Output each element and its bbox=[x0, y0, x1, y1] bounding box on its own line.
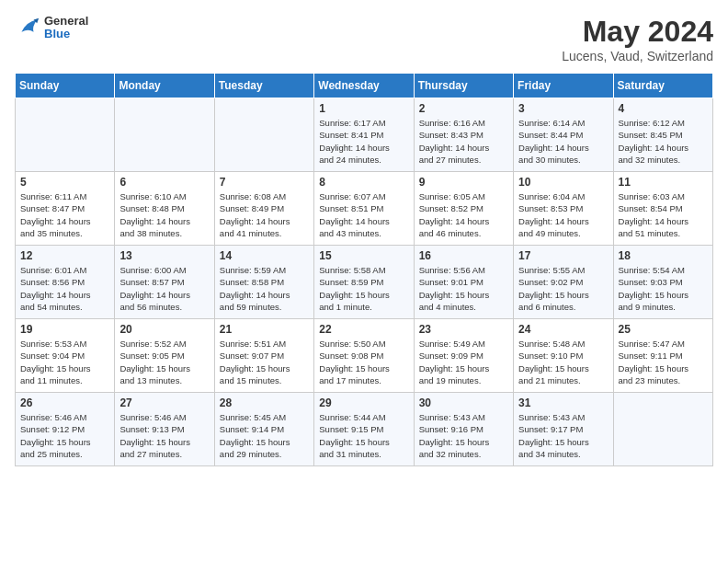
calendar-cell: 8Sunrise: 6:07 AMSunset: 8:51 PMDaylight… bbox=[314, 172, 414, 246]
calendar-cell bbox=[115, 98, 214, 172]
day-number: 10 bbox=[518, 176, 608, 189]
day-info: Sunrise: 5:46 AMSunset: 9:12 PMDaylight:… bbox=[20, 411, 109, 460]
page-header: General Blue May 2024 Lucens, Vaud, Swit… bbox=[15, 15, 713, 63]
calendar-cell: 5Sunrise: 6:11 AMSunset: 8:47 PMDaylight… bbox=[16, 172, 115, 246]
day-number: 28 bbox=[220, 396, 309, 409]
calendar-cell: 27Sunrise: 5:46 AMSunset: 9:13 PMDayligh… bbox=[115, 393, 214, 466]
calendar-week-3: 12Sunrise: 6:01 AMSunset: 8:56 PMDayligh… bbox=[16, 246, 713, 319]
calendar-cell: 30Sunrise: 5:43 AMSunset: 9:16 PMDayligh… bbox=[414, 393, 513, 466]
day-info: Sunrise: 5:48 AMSunset: 9:10 PMDaylight:… bbox=[518, 338, 608, 386]
logo-blue: Blue bbox=[44, 28, 88, 40]
calendar-cell: 16Sunrise: 5:56 AMSunset: 9:01 PMDayligh… bbox=[414, 246, 513, 319]
day-info: Sunrise: 5:58 AMSunset: 8:59 PMDaylight:… bbox=[319, 264, 408, 313]
calendar-week-1: 1Sunrise: 6:17 AMSunset: 8:41 PMDaylight… bbox=[16, 98, 713, 172]
day-info: Sunrise: 5:50 AMSunset: 9:08 PMDaylight:… bbox=[319, 338, 408, 386]
calendar-cell: 24Sunrise: 5:48 AMSunset: 9:10 PMDayligh… bbox=[514, 319, 613, 393]
day-number: 2 bbox=[419, 102, 508, 115]
day-number: 12 bbox=[20, 249, 109, 262]
calendar-cell: 22Sunrise: 5:50 AMSunset: 9:08 PMDayligh… bbox=[314, 319, 414, 393]
day-number: 17 bbox=[518, 249, 608, 262]
day-info: Sunrise: 5:46 AMSunset: 9:13 PMDaylight:… bbox=[119, 411, 209, 460]
calendar-week-2: 5Sunrise: 6:11 AMSunset: 8:47 PMDaylight… bbox=[16, 172, 713, 246]
day-number: 4 bbox=[619, 102, 708, 115]
header-thursday: Thursday bbox=[414, 74, 513, 98]
day-number: 7 bbox=[220, 176, 309, 189]
calendar-cell: 10Sunrise: 6:04 AMSunset: 8:53 PMDayligh… bbox=[514, 172, 613, 246]
day-number: 19 bbox=[20, 323, 109, 336]
calendar-cell: 11Sunrise: 6:03 AMSunset: 8:54 PMDayligh… bbox=[613, 172, 712, 246]
day-number: 24 bbox=[518, 323, 608, 336]
day-info: Sunrise: 5:49 AMSunset: 9:09 PMDaylight:… bbox=[419, 338, 508, 386]
calendar-cell: 15Sunrise: 5:58 AMSunset: 8:59 PMDayligh… bbox=[314, 246, 414, 319]
location-subtitle: Lucens, Vaud, Switzerland bbox=[562, 49, 713, 63]
day-info: Sunrise: 6:16 AMSunset: 8:43 PMDaylight:… bbox=[419, 117, 508, 166]
calendar-cell: 21Sunrise: 5:51 AMSunset: 9:07 PMDayligh… bbox=[214, 319, 313, 393]
calendar-cell: 9Sunrise: 6:05 AMSunset: 8:52 PMDaylight… bbox=[414, 172, 513, 246]
calendar-cell bbox=[613, 393, 712, 466]
calendar-cell: 18Sunrise: 5:54 AMSunset: 9:03 PMDayligh… bbox=[613, 246, 712, 319]
header-wednesday: Wednesday bbox=[314, 74, 414, 98]
calendar-cell: 1Sunrise: 6:17 AMSunset: 8:41 PMDaylight… bbox=[314, 98, 414, 172]
day-info: Sunrise: 6:08 AMSunset: 8:49 PMDaylight:… bbox=[220, 190, 309, 239]
calendar-cell: 26Sunrise: 5:46 AMSunset: 9:12 PMDayligh… bbox=[16, 393, 115, 466]
day-number: 5 bbox=[20, 176, 109, 189]
day-number: 31 bbox=[518, 396, 608, 409]
day-info: Sunrise: 5:43 AMSunset: 9:17 PMDaylight:… bbox=[518, 411, 608, 460]
calendar-week-4: 19Sunrise: 5:53 AMSunset: 9:04 PMDayligh… bbox=[16, 319, 713, 393]
day-info: Sunrise: 6:07 AMSunset: 8:51 PMDaylight:… bbox=[319, 190, 408, 239]
calendar-cell: 3Sunrise: 6:14 AMSunset: 8:44 PMDaylight… bbox=[514, 98, 613, 172]
day-info: Sunrise: 5:52 AMSunset: 9:05 PMDaylight:… bbox=[119, 338, 209, 386]
day-number: 22 bbox=[319, 323, 408, 336]
calendar-cell: 28Sunrise: 5:45 AMSunset: 9:14 PMDayligh… bbox=[214, 393, 313, 466]
day-info: Sunrise: 5:56 AMSunset: 9:01 PMDaylight:… bbox=[419, 264, 508, 313]
day-number: 3 bbox=[518, 102, 608, 115]
month-year-title: May 2024 bbox=[562, 15, 713, 49]
calendar-cell: 13Sunrise: 6:00 AMSunset: 8:57 PMDayligh… bbox=[115, 246, 214, 319]
day-number: 20 bbox=[119, 323, 209, 336]
day-info: Sunrise: 6:12 AMSunset: 8:45 PMDaylight:… bbox=[619, 117, 708, 166]
day-info: Sunrise: 6:01 AMSunset: 8:56 PMDaylight:… bbox=[20, 264, 109, 313]
day-info: Sunrise: 6:10 AMSunset: 8:48 PMDaylight:… bbox=[119, 190, 209, 239]
day-number: 9 bbox=[419, 176, 508, 189]
day-number: 25 bbox=[619, 323, 708, 336]
header-tuesday: Tuesday bbox=[214, 74, 313, 98]
day-info: Sunrise: 5:45 AMSunset: 9:14 PMDaylight:… bbox=[220, 411, 309, 460]
day-number: 27 bbox=[119, 396, 209, 409]
day-info: Sunrise: 5:53 AMSunset: 9:04 PMDaylight:… bbox=[20, 338, 109, 386]
day-number: 26 bbox=[20, 396, 109, 409]
calendar-cell: 20Sunrise: 5:52 AMSunset: 9:05 PMDayligh… bbox=[115, 319, 214, 393]
day-info: Sunrise: 6:17 AMSunset: 8:41 PMDaylight:… bbox=[319, 117, 408, 166]
calendar-cell: 19Sunrise: 5:53 AMSunset: 9:04 PMDayligh… bbox=[16, 319, 115, 393]
calendar-cell: 17Sunrise: 5:55 AMSunset: 9:02 PMDayligh… bbox=[514, 246, 613, 319]
day-number: 8 bbox=[319, 176, 408, 189]
day-info: Sunrise: 5:59 AMSunset: 8:58 PMDaylight:… bbox=[220, 264, 309, 313]
day-info: Sunrise: 6:11 AMSunset: 8:47 PMDaylight:… bbox=[20, 190, 109, 239]
calendar-cell: 23Sunrise: 5:49 AMSunset: 9:09 PMDayligh… bbox=[414, 319, 513, 393]
day-info: Sunrise: 6:04 AMSunset: 8:53 PMDaylight:… bbox=[518, 190, 608, 239]
day-info: Sunrise: 6:14 AMSunset: 8:44 PMDaylight:… bbox=[518, 117, 608, 166]
calendar-cell: 29Sunrise: 5:44 AMSunset: 9:15 PMDayligh… bbox=[314, 393, 414, 466]
calendar-cell: 2Sunrise: 6:16 AMSunset: 8:43 PMDaylight… bbox=[414, 98, 513, 172]
day-number: 16 bbox=[419, 249, 508, 262]
day-info: Sunrise: 5:47 AMSunset: 9:11 PMDaylight:… bbox=[619, 338, 708, 386]
day-number: 29 bbox=[319, 396, 408, 409]
calendar-cell: 6Sunrise: 6:10 AMSunset: 8:48 PMDaylight… bbox=[115, 172, 214, 246]
day-info: Sunrise: 5:51 AMSunset: 9:07 PMDaylight:… bbox=[220, 338, 309, 386]
day-info: Sunrise: 6:03 AMSunset: 8:54 PMDaylight:… bbox=[619, 190, 708, 239]
calendar-cell: 12Sunrise: 6:01 AMSunset: 8:56 PMDayligh… bbox=[16, 246, 115, 319]
day-number: 18 bbox=[619, 249, 708, 262]
header-friday: Friday bbox=[514, 74, 613, 98]
calendar-cell bbox=[16, 98, 115, 172]
day-number: 1 bbox=[319, 102, 408, 115]
calendar-table: SundayMondayTuesdayWednesdayThursdayFrid… bbox=[15, 73, 713, 466]
calendar-cell: 25Sunrise: 5:47 AMSunset: 9:11 PMDayligh… bbox=[613, 319, 712, 393]
calendar-week-5: 26Sunrise: 5:46 AMSunset: 9:12 PMDayligh… bbox=[16, 393, 713, 466]
day-info: Sunrise: 5:54 AMSunset: 9:03 PMDaylight:… bbox=[619, 264, 708, 313]
logo-text: General Blue bbox=[44, 15, 88, 41]
day-number: 23 bbox=[419, 323, 508, 336]
day-number: 11 bbox=[619, 176, 708, 189]
header-saturday: Saturday bbox=[613, 74, 712, 98]
day-info: Sunrise: 5:55 AMSunset: 9:02 PMDaylight:… bbox=[518, 264, 608, 313]
day-number: 30 bbox=[419, 396, 508, 409]
title-block: May 2024 Lucens, Vaud, Switzerland bbox=[562, 15, 713, 63]
